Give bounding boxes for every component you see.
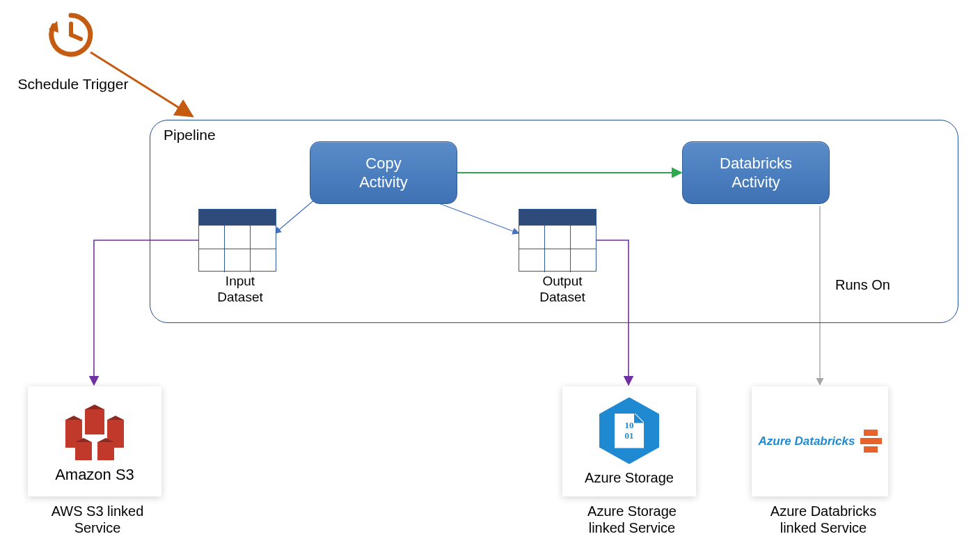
- copy-activity: Copy Activity: [310, 141, 457, 204]
- databricks-activity: Databricks Activity: [682, 141, 830, 204]
- svg-rect-7: [85, 409, 104, 434]
- svg-rect-9: [107, 420, 124, 448]
- svg-marker-12: [85, 405, 104, 409]
- pipeline-title: Pipeline: [164, 127, 216, 143]
- azure-databricks-caption: Azure Databricks linked Service: [750, 503, 896, 536]
- azure-databricks-card: Azure Databricks: [752, 386, 888, 496]
- output-dataset-label: Output Dataset: [517, 274, 608, 306]
- input-dataset-label: Input Dataset: [198, 274, 282, 306]
- output-dataset-icon: [519, 209, 596, 272]
- runs-on-label: Runs On: [835, 277, 890, 293]
- svg-rect-8: [65, 420, 82, 448]
- aws-s3-icon: [53, 399, 136, 469]
- svg-rect-11: [97, 442, 114, 460]
- azure-storage-logo-text: Azure Storage: [585, 470, 674, 486]
- svg-marker-13: [65, 416, 82, 420]
- azure-databricks-logo-text: Azure Databricks: [759, 434, 855, 448]
- aws-s3-logo-text: Amazon S3: [55, 466, 134, 484]
- svg-marker-14: [107, 416, 124, 420]
- azure-storage-icon: 10 01: [599, 398, 659, 464]
- diagram-canvas: Schedule Trigger Pipeline Copy Activity …: [0, 0, 980, 541]
- databricks-icon: [860, 428, 881, 455]
- svg-marker-15: [75, 438, 92, 442]
- aws-s3-card: Amazon S3: [28, 386, 161, 496]
- aws-s3-caption: AWS S3 linked Service: [28, 503, 167, 536]
- schedule-trigger-icon: [43, 8, 99, 64]
- azure-storage-caption: Azure Storage linked Service: [562, 503, 702, 536]
- input-dataset-icon: [198, 209, 276, 272]
- schedule-trigger-label: Schedule Trigger: [10, 75, 136, 93]
- svg-marker-16: [97, 438, 114, 442]
- svg-rect-10: [75, 442, 92, 460]
- azure-storage-card: 10 01 Azure Storage: [562, 386, 696, 496]
- svg-line-6: [71, 35, 81, 39]
